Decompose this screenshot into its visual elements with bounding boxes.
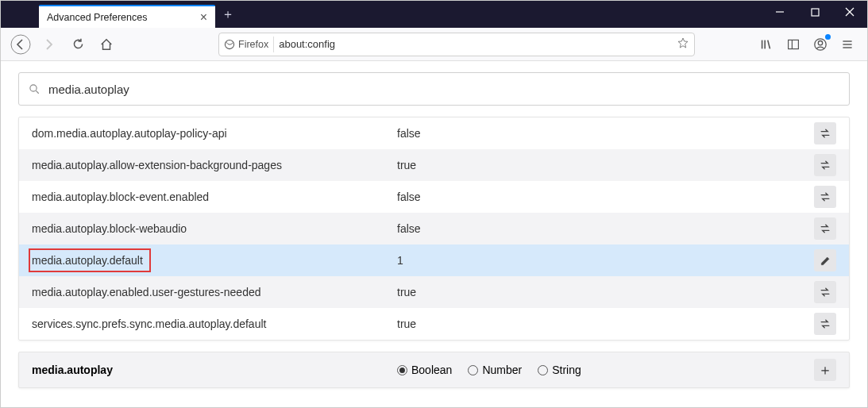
svg-point-4 — [11, 35, 30, 54]
tab-title: Advanced Preferences — [47, 12, 200, 23]
preference-row[interactable]: dom.media.autoplay.autoplay-policy-apifa… — [19, 117, 849, 149]
svg-point-12 — [818, 40, 822, 44]
edit-preference-button[interactable] — [814, 249, 836, 271]
radio-label: Boolean — [411, 364, 452, 376]
type-radio-number[interactable]: Number — [468, 364, 522, 376]
close-tab-icon[interactable]: × — [200, 11, 207, 24]
url-text[interactable]: about:config — [279, 38, 672, 50]
radio-label: String — [552, 364, 581, 376]
toggle-preference-button[interactable] — [814, 281, 836, 303]
preference-list: dom.media.autoplay.autoplay-policy-apifa… — [18, 117, 850, 341]
bookmark-star-icon[interactable] — [677, 37, 689, 52]
identity-box[interactable]: Firefox — [224, 37, 274, 52]
close-window-button[interactable] — [832, 1, 867, 23]
preference-name: media.autoplay.default — [32, 248, 397, 272]
preference-name: services.sync.prefs.sync.media.autoplay.… — [32, 318, 397, 330]
search-icon — [29, 83, 41, 95]
preference-name: media.autoplay.block-webaudio — [32, 222, 397, 235]
add-preference-button[interactable]: ＋ — [814, 359, 836, 381]
type-radio-group: BooleanNumberString — [397, 364, 581, 376]
radio-icon — [397, 365, 407, 375]
minimize-button[interactable] — [762, 1, 797, 23]
type-radio-boolean[interactable]: Boolean — [397, 364, 452, 376]
new-tab-button[interactable]: ＋ — [222, 6, 234, 23]
radio-icon — [538, 365, 548, 375]
toggle-preference-button[interactable] — [814, 313, 836, 335]
type-radio-string[interactable]: String — [538, 364, 581, 376]
highlighted-preference-marker: media.autoplay.default — [29, 248, 151, 272]
about-config-content: dom.media.autoplay.autoplay-policy-apifa… — [1, 61, 867, 399]
sidebar-button[interactable] — [781, 33, 805, 56]
navigation-toolbar: Firefox about:config — [1, 28, 867, 61]
preference-search-input[interactable] — [48, 83, 839, 96]
preference-value: true — [397, 159, 814, 171]
preference-value: false — [397, 127, 814, 140]
tab-strip: Advanced Preferences × ＋ — [1, 1, 234, 28]
radio-icon — [468, 365, 478, 375]
radio-label: Number — [482, 364, 522, 376]
account-button[interactable] — [808, 33, 832, 56]
preference-name: media.autoplay.enabled.user-gestures-nee… — [32, 286, 397, 298]
window-controls — [762, 1, 867, 23]
preference-row[interactable]: media.autoplay.block-event.enabledfalse — [19, 181, 849, 213]
preference-name: media.autoplay.block-event.enabled — [32, 191, 397, 203]
toggle-preference-button[interactable] — [814, 154, 836, 176]
preference-name: media.autoplay.allow-extension-backgroun… — [32, 159, 397, 171]
library-button[interactable] — [754, 33, 778, 56]
address-bar[interactable]: Firefox about:config — [218, 33, 695, 56]
preference-row[interactable]: media.autoplay.block-webaudiofalse — [19, 213, 849, 244]
preference-value: true — [397, 318, 814, 330]
forward-button — [37, 33, 61, 56]
preference-value: false — [397, 191, 814, 203]
maximize-button[interactable] — [797, 1, 832, 23]
home-button[interactable] — [95, 33, 118, 56]
preference-value: true — [397, 286, 814, 298]
svg-point-16 — [30, 84, 37, 90]
notification-dot-icon — [825, 34, 831, 40]
toggle-preference-button[interactable] — [814, 122, 836, 144]
svg-line-8 — [768, 40, 770, 48]
preference-row[interactable]: media.autoplay.allow-extension-backgroun… — [19, 149, 849, 181]
svg-line-17 — [36, 90, 38, 93]
preference-name: dom.media.autoplay.autoplay-policy-api — [32, 127, 397, 140]
toggle-preference-button[interactable] — [814, 217, 836, 240]
firefox-icon — [224, 39, 235, 50]
browser-tab[interactable]: Advanced Preferences × — [39, 5, 215, 28]
new-preference-name: media.autoplay — [32, 364, 397, 376]
toggle-preference-button[interactable] — [814, 186, 836, 208]
preference-value: 1 — [397, 254, 814, 267]
preference-row[interactable]: media.autoplay.enabled.user-gestures-nee… — [19, 276, 849, 308]
back-button[interactable] — [9, 33, 33, 56]
preference-row[interactable]: media.autoplay.default1 — [19, 244, 849, 276]
app-menu-button[interactable] — [835, 33, 859, 56]
svg-rect-1 — [812, 9, 819, 16]
preference-value: false — [397, 222, 814, 235]
title-bar: Advanced Preferences × ＋ — [1, 1, 867, 28]
new-preference-bar: media.autoplay BooleanNumberString ＋ — [18, 352, 850, 388]
preference-search-bar[interactable] — [18, 72, 850, 106]
preference-row[interactable]: services.sync.prefs.sync.media.autoplay.… — [19, 308, 849, 340]
svg-rect-9 — [789, 40, 799, 48]
identity-label: Firefox — [238, 39, 268, 50]
reload-button[interactable] — [66, 33, 90, 56]
